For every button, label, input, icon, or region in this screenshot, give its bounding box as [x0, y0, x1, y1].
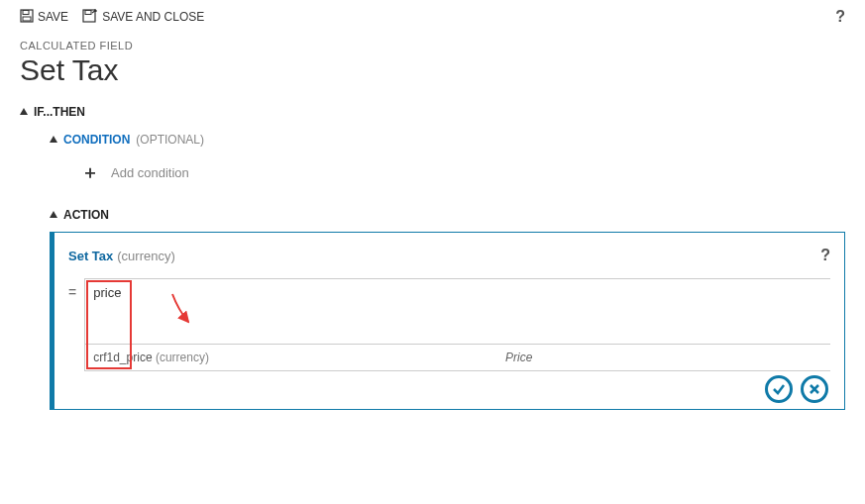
action-panel-type: (currency) — [117, 249, 175, 263]
save-button[interactable]: SAVE — [20, 9, 68, 26]
action-label: ACTION — [63, 208, 109, 222]
close-icon — [808, 382, 821, 396]
svg-rect-4 — [85, 10, 91, 14]
action-panel-title: Set Tax — [68, 249, 113, 263]
collapse-icon — [20, 108, 28, 115]
plus-icon: ＋ — [81, 160, 99, 184]
confirm-button[interactable] — [765, 375, 793, 403]
autocomplete-dropdown: crf1d_price (currency) Price — [85, 344, 830, 370]
equals-sign: = — [68, 284, 76, 300]
suggestion-field: crf1d_price — [93, 351, 152, 364]
formula-input[interactable] — [85, 279, 830, 306]
page-title: Set Tax — [20, 53, 845, 87]
svg-rect-2 — [23, 17, 31, 21]
svg-rect-1 — [23, 10, 29, 14]
ifthen-header[interactable]: IF...THEN — [20, 105, 845, 119]
autocomplete-item[interactable]: crf1d_price (currency) — [85, 345, 497, 370]
condition-label: CONDITION — [63, 133, 130, 147]
save-icon — [20, 9, 34, 26]
add-condition-label: Add condition — [111, 165, 189, 180]
suggestion-type: (currency) — [156, 351, 209, 364]
condition-optional: (OPTIONAL) — [136, 133, 204, 147]
formula-input-container: crf1d_price (currency) Price — [84, 278, 830, 371]
cancel-button[interactable] — [801, 375, 828, 403]
action-help-button[interactable]: ? — [820, 247, 830, 264]
help-button[interactable]: ? — [835, 8, 845, 26]
add-condition-button[interactable]: ＋ Add condition — [81, 160, 845, 184]
save-close-icon — [82, 9, 98, 26]
action-panel: Set Tax (currency) ? = crf1d_price (curr… — [50, 232, 845, 410]
suggestion-display: Price — [497, 345, 830, 370]
save-label: SAVE — [38, 10, 68, 24]
collapse-icon — [50, 136, 57, 143]
ifthen-label: IF...THEN — [34, 105, 85, 119]
save-close-label: SAVE AND CLOSE — [102, 10, 204, 24]
condition-header[interactable]: CONDITION (OPTIONAL) — [50, 133, 845, 147]
collapse-icon — [50, 211, 57, 218]
action-header[interactable]: ACTION — [50, 208, 845, 222]
toolbar: SAVE SAVE AND CLOSE ? — [20, 8, 845, 26]
save-and-close-button[interactable]: SAVE AND CLOSE — [82, 9, 204, 26]
check-icon — [772, 382, 786, 396]
page-subtitle: CALCULATED FIELD — [20, 40, 845, 51]
